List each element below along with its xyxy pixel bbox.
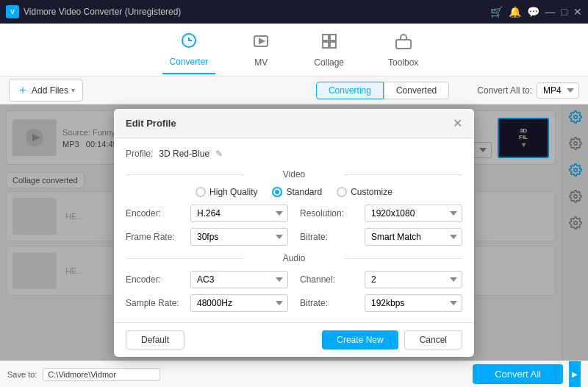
- close-button[interactable]: ✕: [573, 6, 582, 18]
- convert-all-group: Convert All to: MP4AVIMKVMOVMP3: [477, 82, 579, 99]
- video-bitrate-row: Bitrate: Smart Match CustomLowHigh: [300, 228, 462, 246]
- quality-high-option[interactable]: High Quality: [196, 187, 257, 197]
- video-bitrate-select[interactable]: Smart Match CustomLowHigh: [365, 228, 462, 246]
- chat-icon[interactable]: 💬: [527, 6, 539, 18]
- mv-tab-label: MV: [254, 57, 268, 68]
- audio-encoder-select[interactable]: AC3 AACMP3: [190, 271, 288, 288]
- quality-standard-option[interactable]: Standard: [272, 187, 322, 197]
- audio-bitrate-row: Bitrate: 192kbps 128kbps256kbps: [300, 294, 462, 312]
- samplerate-row: Sample Rate: 48000Hz 44100Hz22050Hz: [126, 294, 288, 312]
- samplerate-label: Sample Rate:: [126, 298, 184, 308]
- svg-rect-7: [396, 40, 411, 49]
- quality-standard-label: Standard: [286, 187, 322, 197]
- save-path-input[interactable]: [43, 368, 160, 381]
- video-bitrate-label: Bitrate:: [300, 232, 359, 242]
- svg-rect-4: [330, 35, 336, 40]
- default-button[interactable]: Default: [126, 330, 184, 349]
- toolbar: ＋ Add Files ▾ Converting Converted Conve…: [0, 77, 588, 104]
- collage-tab-label: Collage: [314, 57, 344, 68]
- channel-row: Channel: 2 15.1: [300, 271, 462, 288]
- window-controls[interactable]: 🛒 🔔 💬 — □ ✕: [490, 6, 582, 18]
- cancel-button[interactable]: Cancel: [404, 330, 462, 349]
- resolution-label: Resolution:: [300, 208, 359, 219]
- modal-body: Profile: 3D Red-Blue ✎ Video High Qualit…: [114, 138, 474, 322]
- nav-tab-toolbox[interactable]: Toolbox: [381, 26, 426, 74]
- video-section-header: Video: [126, 169, 462, 180]
- quality-high-radio[interactable]: [196, 187, 206, 197]
- save-to-label: Save to:: [7, 370, 37, 379]
- channel-select-modal[interactable]: 2 15.1: [365, 271, 462, 288]
- profile-label: Profile:: [126, 149, 153, 159]
- encoder-label: Encoder:: [126, 208, 184, 219]
- maximize-button[interactable]: □: [562, 6, 567, 18]
- collage-icon: [320, 32, 338, 54]
- audio-encoder-row: Encoder: AC3 AACMP3: [126, 271, 288, 288]
- cart-icon[interactable]: 🛒: [490, 6, 503, 18]
- framerate-row: Frame Rate: 30fps 25fps24fps60fps: [126, 228, 288, 246]
- footer-btn-group: Create New Cancel: [322, 330, 462, 349]
- quality-standard-radio[interactable]: [272, 187, 282, 197]
- channel-label: Channel:: [300, 274, 359, 285]
- converter-icon: [180, 32, 198, 54]
- quality-customize-label: Customize: [351, 187, 392, 197]
- quality-customize-option[interactable]: Customize: [337, 187, 392, 197]
- audio-bitrate-select[interactable]: 192kbps 128kbps256kbps: [365, 294, 462, 312]
- modal-overlay: Edit Profile ✕ Profile: 3D Red-Blue ✎ Vi…: [0, 104, 588, 361]
- converter-tab-label: Converter: [170, 57, 209, 67]
- main-content: Source: Funny Cal...ggers ⓘ MP3 00:14:45…: [0, 104, 588, 361]
- nav-tab-converter[interactable]: Converter: [162, 26, 216, 74]
- scroll-right-indicator: ▶: [569, 361, 581, 388]
- title-bar: V Vidmore Video Converter (Unregistered)…: [0, 0, 588, 24]
- converting-tabs: Converting Converted: [316, 82, 449, 99]
- toolbox-icon: [395, 32, 412, 54]
- svg-rect-6: [330, 42, 336, 48]
- bell-icon[interactable]: 🔔: [509, 6, 521, 18]
- tab-converted[interactable]: Converted: [384, 82, 449, 99]
- dropdown-arrow: ▾: [71, 86, 75, 94]
- mv-icon: [252, 32, 270, 54]
- video-fields-grid: Encoder: H.264 H.265MPEG-4VP9 Resolution…: [126, 205, 462, 246]
- encoder-row: Encoder: H.264 H.265MPEG-4VP9: [126, 205, 288, 222]
- bottom-bar: Save to: Convert All ▶: [0, 361, 588, 387]
- quality-customize-radio[interactable]: [337, 187, 347, 197]
- add-files-button[interactable]: ＋ Add Files ▾: [9, 79, 83, 102]
- profile-value: 3D Red-Blue: [159, 149, 209, 159]
- audio-encoder-label: Encoder:: [126, 274, 184, 285]
- convert-all-label: Convert All to:: [477, 85, 532, 96]
- modal-header: Edit Profile ✕: [114, 109, 474, 138]
- app-title: Vidmore Video Converter (Unregistered): [24, 7, 181, 17]
- audio-bitrate-label: Bitrate:: [300, 298, 359, 308]
- app-logo: V: [6, 5, 19, 18]
- plus-icon: ＋: [17, 82, 29, 98]
- framerate-select[interactable]: 30fps 25fps24fps60fps: [190, 228, 288, 246]
- minimize-button[interactable]: —: [545, 6, 556, 18]
- profile-row: Profile: 3D Red-Blue ✎: [126, 149, 462, 159]
- modal-footer: Default Create New Cancel: [114, 322, 474, 357]
- edit-profile-modal: Edit Profile ✕ Profile: 3D Red-Blue ✎ Vi…: [114, 109, 474, 357]
- resolution-row: Resolution: 1920x1080 1280x720854x480: [300, 205, 462, 222]
- quality-high-label: High Quality: [209, 187, 257, 197]
- convert-all-button[interactable]: Convert All: [473, 364, 563, 384]
- framerate-label: Frame Rate:: [126, 232, 184, 242]
- resolution-select[interactable]: 1920x1080 1280x720854x480: [365, 205, 462, 222]
- create-new-button[interactable]: Create New: [322, 330, 398, 349]
- svg-rect-3: [323, 35, 329, 40]
- profile-edit-icon[interactable]: ✎: [215, 149, 223, 159]
- toolbox-tab-label: Toolbox: [388, 57, 418, 68]
- audio-fields-grid: Encoder: AC3 AACMP3 Channel: 2 15.1: [126, 271, 462, 312]
- tab-converting[interactable]: Converting: [316, 82, 384, 99]
- samplerate-select[interactable]: 48000Hz 44100Hz22050Hz: [190, 294, 288, 312]
- add-files-label: Add Files: [32, 85, 68, 96]
- modal-title: Edit Profile: [126, 118, 176, 129]
- audio-section-header: Audio: [126, 253, 462, 263]
- nav-tab-collage[interactable]: Collage: [306, 26, 351, 74]
- format-select[interactable]: MP4AVIMKVMOVMP3: [537, 82, 579, 99]
- nav-bar: Converter MV Collage Toolb: [0, 24, 588, 77]
- svg-rect-5: [323, 42, 329, 48]
- modal-close-button[interactable]: ✕: [453, 116, 462, 130]
- quality-radio-group: High Quality Standard Customize: [126, 187, 462, 197]
- nav-tab-mv[interactable]: MV: [245, 26, 277, 74]
- encoder-select[interactable]: H.264 H.265MPEG-4VP9: [190, 205, 288, 222]
- svg-marker-2: [259, 39, 264, 43]
